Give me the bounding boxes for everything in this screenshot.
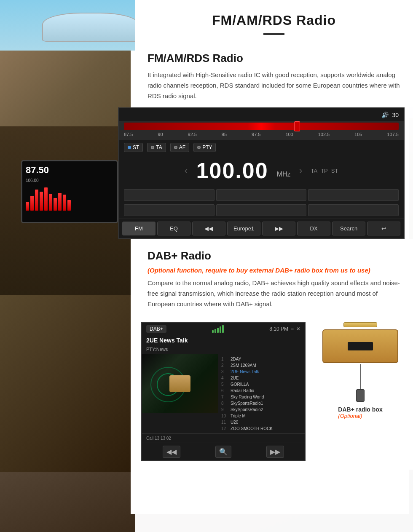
dab-station-item-10[interactable]: 10 Triple M [221, 413, 301, 419]
dab-header: DAB+ 8:10 PM ≡ ✕ [142, 323, 305, 335]
dab-station-item-8[interactable]: 8 SkySportsRadio1 [221, 400, 301, 406]
pty-button[interactable]: PTY [193, 143, 216, 152]
dab-antenna-row [343, 322, 377, 327]
signal-bar-5 [222, 325, 224, 333]
ta-button[interactable]: TA [147, 143, 166, 152]
dab-plug [356, 389, 365, 402]
dab-visual [142, 354, 218, 413]
signal-bar-2 [215, 329, 216, 333]
st-button[interactable]: ST [124, 143, 143, 152]
radio-icon [169, 375, 190, 392]
dab-station-item-1[interactable]: 1 2DAY [221, 356, 301, 362]
freq-scale-100: 100 [285, 132, 293, 137]
preset-btn-5[interactable] [216, 204, 307, 216]
dab-content-area: 1 2DAY 2 2SM 1269AM 3 2UE News Talk 4 2U… [142, 354, 305, 433]
dab-station-item-9[interactable]: 9 SkySportsRadio2 [221, 406, 301, 413]
dash-bars [26, 185, 113, 211]
dab-ui-screenshot: DAB+ 8:10 PM ≡ ✕ 2UE News [141, 322, 306, 461]
preset-grid-row1 [119, 187, 404, 203]
dab-station-item-7[interactable]: 7 Sky Racing World [221, 394, 301, 400]
tp-right-btn[interactable]: TP [321, 168, 328, 174]
radio-toolbar: FM EQ ◀◀ Europe1 ▶▶ DX Search ↩ [119, 219, 404, 238]
signal-bar-3 [217, 328, 219, 333]
freq-slider-thumb[interactable] [294, 121, 300, 131]
preset-grid-row2 [119, 203, 404, 219]
dab-description: Compare to the normal analog radio, DAB+… [148, 278, 400, 309]
dab-station-item-3[interactable]: 3 2UE News Talk [221, 369, 301, 375]
main-content: FM/AM/RDS Radio FM/AM/RDS Radio It integ… [135, 0, 413, 532]
dab-search-button[interactable]: 🔍 [215, 446, 231, 458]
dab-station-item-6[interactable]: 6 Radar Radio [221, 388, 301, 394]
dab-station-item-4[interactable]: 4 2UE [221, 375, 301, 381]
dab-box-port [348, 342, 373, 350]
dx-button[interactable]: DX [297, 222, 330, 235]
freq-scale-975: 97.5 [252, 132, 260, 137]
dab-prev-button[interactable]: ◀◀ [163, 446, 180, 458]
dab-optional-note: (Optional function, require to buy exter… [148, 267, 400, 274]
dab-station-item-2[interactable]: 2 2SM 1269AM [221, 362, 301, 369]
preset-btn-6[interactable] [308, 204, 399, 216]
dab-cable [360, 364, 361, 389]
st-right-btn[interactable]: ST [331, 168, 338, 174]
page-title: FM/AM/RDS Radio [143, 13, 405, 28]
dab-box-optional: (Optional) [338, 413, 382, 419]
dab-box-label-container: DAB+ radio box (Optional) [338, 406, 382, 419]
volume-number: 30 [392, 112, 399, 118]
preset-btn-1[interactable] [124, 189, 215, 201]
freq-scale-105: 105 [354, 132, 362, 137]
page-header: FM/AM/RDS Radio [135, 0, 413, 43]
dab-close-icon[interactable]: ✕ [296, 326, 300, 332]
dab-next-button[interactable]: ▶▶ [266, 446, 284, 458]
dab-header-right: 8:10 PM ≡ ✕ [269, 326, 300, 332]
preset-btn-2[interactable] [216, 189, 307, 201]
fm-section: FM/AM/RDS Radio It integrated with High-… [135, 43, 413, 107]
rearview-mirror [42, 13, 139, 42]
back-button[interactable]: ↩ [367, 222, 400, 235]
preset-btn-4[interactable] [124, 204, 215, 216]
volume-icon: 🔊 [381, 112, 389, 118]
freq-number: 100.00 [196, 158, 268, 183]
prev-button[interactable]: ◀◀ [192, 222, 225, 235]
freq-scale-95: 95 [222, 132, 227, 137]
freq-right-arrow[interactable]: › [299, 165, 303, 176]
next-button[interactable]: ▶▶ [262, 222, 295, 235]
af-button[interactable]: AF [170, 143, 189, 152]
freq-right-buttons: TA TP ST [311, 168, 338, 174]
dab-station-list[interactable]: 1 2DAY 2 2SM 1269AM 3 2UE News Talk 4 2U… [218, 354, 305, 433]
freq-left-arrow[interactable]: ‹ [185, 165, 188, 176]
dab-box-body [322, 329, 398, 363]
dab-box-label: DAB+ radio box [338, 406, 382, 413]
freq-scale-925: 92.5 [188, 132, 197, 137]
dab-radio-box: DAB+ radio box (Optional) [314, 322, 407, 419]
volume-row: 🔊 30 [119, 108, 404, 121]
europe1-button[interactable]: Europe1 [227, 222, 260, 235]
dab-station-item-12[interactable]: 12 ZOO SMOOTH ROCK [221, 425, 301, 432]
dab-box-visual-container [322, 322, 398, 402]
ta-label: TA [156, 144, 162, 150]
dab-header-label: DAB+ [146, 325, 166, 333]
radio-ui-screenshot: 🔊 30 87.5 90 92.5 95 97.5 100 102.5 105 … [118, 107, 405, 239]
dab-images-row: DAB+ 8:10 PM ≡ ✕ 2UE News [135, 316, 413, 470]
freq-slider-track[interactable] [124, 123, 399, 130]
fm-button[interactable]: FM [122, 222, 156, 235]
dab-section: DAB+ Radio (Optional function, require t… [135, 239, 413, 315]
fm-section-description: It integrated with High-Sensitive radio … [148, 70, 400, 101]
eq-button[interactable]: EQ [157, 222, 190, 235]
ta-dot [151, 146, 154, 149]
freq-bar-container: 87.5 90 92.5 95 97.5 100 102.5 105 107.5 [119, 121, 404, 140]
search-button[interactable]: Search [332, 222, 365, 235]
dashboard-screen: 87.50 106.00 [21, 160, 118, 223]
ta-right-btn[interactable]: TA [311, 168, 318, 174]
freq-scale-90: 90 [158, 132, 163, 137]
header-divider [263, 33, 284, 35]
signal-bars [212, 325, 224, 333]
preset-btn-3[interactable] [308, 189, 399, 201]
freq-display-row: ‹ 100.00 MHz › TA TP ST [119, 155, 404, 187]
st-label: ST [133, 144, 139, 150]
dab-station-item-11[interactable]: 11 U20 [221, 419, 301, 425]
pty-label: PTY [202, 144, 212, 150]
dab-station-item-5[interactable]: 5 GORILLA [221, 381, 301, 388]
freq-scale-1075: 107.5 [387, 132, 399, 137]
dab-time: 8:10 PM [269, 326, 288, 332]
dab-title: DAB+ Radio [148, 249, 400, 262]
